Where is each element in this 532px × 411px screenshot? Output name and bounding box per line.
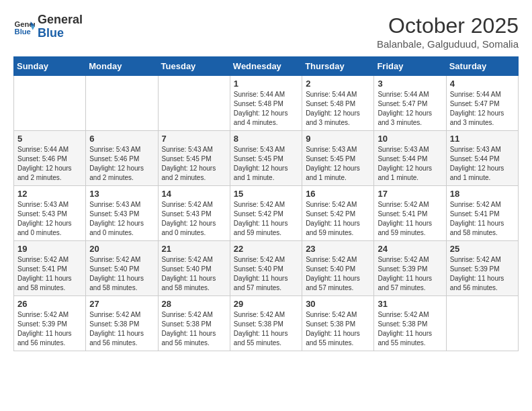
calendar-cell: 29Sunrise: 5:42 AM Sunset: 5:38 PM Dayli… [230, 296, 302, 351]
day-info: Sunrise: 5:43 AM Sunset: 5:44 PM Dayligh… [378, 145, 442, 183]
calendar-cell [14, 76, 86, 131]
weekday-header-thursday: Thursday [302, 57, 374, 76]
calendar-cell: 1Sunrise: 5:44 AM Sunset: 5:48 PM Daylig… [230, 76, 302, 131]
calendar-week-row: 12Sunrise: 5:43 AM Sunset: 5:43 PM Dayli… [14, 186, 519, 241]
day-info: Sunrise: 5:42 AM Sunset: 5:41 PM Dayligh… [17, 255, 82, 293]
weekday-header-sunday: Sunday [14, 57, 86, 76]
day-info: Sunrise: 5:42 AM Sunset: 5:40 PM Dayligh… [234, 255, 298, 293]
day-number: 9 [306, 134, 370, 144]
logo-text: General Blue [38, 13, 83, 40]
calendar-cell: 26Sunrise: 5:42 AM Sunset: 5:39 PM Dayli… [14, 296, 86, 351]
calendar-week-row: 26Sunrise: 5:42 AM Sunset: 5:39 PM Dayli… [14, 296, 519, 351]
day-number: 2 [306, 79, 370, 89]
day-number: 5 [17, 134, 82, 144]
calendar-cell: 25Sunrise: 5:42 AM Sunset: 5:39 PM Dayli… [446, 241, 518, 296]
day-number: 20 [89, 244, 154, 254]
calendar-cell: 18Sunrise: 5:42 AM Sunset: 5:41 PM Dayli… [446, 186, 518, 241]
calendar-cell: 8Sunrise: 5:43 AM Sunset: 5:45 PM Daylig… [230, 131, 302, 186]
location-subtitle: Balanbale, Galguduud, Somalia [377, 38, 519, 50]
day-number: 13 [89, 189, 154, 199]
day-number: 17 [378, 189, 442, 199]
day-number: 7 [162, 134, 226, 144]
day-info: Sunrise: 5:44 AM Sunset: 5:47 PM Dayligh… [450, 90, 515, 128]
day-number: 19 [17, 244, 82, 254]
calendar-cell: 21Sunrise: 5:42 AM Sunset: 5:40 PM Dayli… [158, 241, 230, 296]
day-info: Sunrise: 5:42 AM Sunset: 5:42 PM Dayligh… [306, 200, 370, 238]
day-number: 4 [450, 79, 515, 89]
logo-icon: General Blue [13, 16, 35, 38]
calendar-table: SundayMondayTuesdayWednesdayThursdayFrid… [13, 56, 519, 351]
day-number: 28 [162, 299, 226, 309]
calendar-cell: 11Sunrise: 5:43 AM Sunset: 5:44 PM Dayli… [446, 131, 518, 186]
calendar-week-row: 5Sunrise: 5:44 AM Sunset: 5:46 PM Daylig… [14, 131, 519, 186]
calendar-cell [158, 76, 230, 131]
day-info: Sunrise: 5:42 AM Sunset: 5:38 PM Dayligh… [89, 310, 154, 348]
calendar-cell: 27Sunrise: 5:42 AM Sunset: 5:38 PM Dayli… [86, 296, 158, 351]
day-number: 18 [450, 189, 515, 199]
day-info: Sunrise: 5:42 AM Sunset: 5:39 PM Dayligh… [450, 255, 515, 293]
day-number: 14 [162, 189, 226, 199]
day-info: Sunrise: 5:42 AM Sunset: 5:39 PM Dayligh… [378, 255, 442, 293]
day-info: Sunrise: 5:42 AM Sunset: 5:38 PM Dayligh… [378, 310, 442, 348]
calendar-cell: 14Sunrise: 5:42 AM Sunset: 5:43 PM Dayli… [158, 186, 230, 241]
calendar-cell: 31Sunrise: 5:42 AM Sunset: 5:38 PM Dayli… [374, 296, 446, 351]
calendar-cell: 22Sunrise: 5:42 AM Sunset: 5:40 PM Dayli… [230, 241, 302, 296]
day-info: Sunrise: 5:44 AM Sunset: 5:48 PM Dayligh… [234, 90, 298, 128]
day-number: 21 [162, 244, 226, 254]
day-number: 15 [234, 189, 298, 199]
calendar-cell: 24Sunrise: 5:42 AM Sunset: 5:39 PM Dayli… [374, 241, 446, 296]
calendar-cell: 19Sunrise: 5:42 AM Sunset: 5:41 PM Dayli… [14, 241, 86, 296]
calendar-cell: 2Sunrise: 5:44 AM Sunset: 5:48 PM Daylig… [302, 76, 374, 131]
day-number: 10 [378, 134, 442, 144]
day-info: Sunrise: 5:42 AM Sunset: 5:40 PM Dayligh… [162, 255, 226, 293]
calendar-cell: 30Sunrise: 5:42 AM Sunset: 5:38 PM Dayli… [302, 296, 374, 351]
day-info: Sunrise: 5:42 AM Sunset: 5:41 PM Dayligh… [450, 200, 515, 238]
day-number: 31 [378, 299, 442, 309]
day-number: 8 [234, 134, 298, 144]
calendar-cell: 4Sunrise: 5:44 AM Sunset: 5:47 PM Daylig… [446, 76, 518, 131]
svg-text:Blue: Blue [15, 28, 31, 36]
day-info: Sunrise: 5:43 AM Sunset: 5:43 PM Dayligh… [89, 200, 154, 238]
day-info: Sunrise: 5:43 AM Sunset: 5:44 PM Dayligh… [450, 145, 515, 183]
day-info: Sunrise: 5:44 AM Sunset: 5:48 PM Dayligh… [306, 90, 370, 128]
day-number: 6 [89, 134, 154, 144]
day-info: Sunrise: 5:42 AM Sunset: 5:38 PM Dayligh… [306, 310, 370, 348]
day-number: 16 [306, 189, 370, 199]
day-info: Sunrise: 5:42 AM Sunset: 5:41 PM Dayligh… [378, 200, 442, 238]
day-info: Sunrise: 5:42 AM Sunset: 5:42 PM Dayligh… [234, 200, 298, 238]
calendar-cell: 13Sunrise: 5:43 AM Sunset: 5:43 PM Dayli… [86, 186, 158, 241]
calendar-cell: 9Sunrise: 5:43 AM Sunset: 5:45 PM Daylig… [302, 131, 374, 186]
day-number: 30 [306, 299, 370, 309]
page-header: General Blue General Blue October 2025 B… [13, 13, 519, 50]
day-number: 26 [17, 299, 82, 309]
weekday-header-row: SundayMondayTuesdayWednesdayThursdayFrid… [14, 57, 519, 76]
day-number: 1 [234, 79, 298, 89]
calendar-cell [86, 76, 158, 131]
calendar-week-row: 19Sunrise: 5:42 AM Sunset: 5:41 PM Dayli… [14, 241, 519, 296]
day-number: 22 [234, 244, 298, 254]
weekday-header-tuesday: Tuesday [158, 57, 230, 76]
day-info: Sunrise: 5:43 AM Sunset: 5:45 PM Dayligh… [234, 145, 298, 183]
calendar-cell: 16Sunrise: 5:42 AM Sunset: 5:42 PM Dayli… [302, 186, 374, 241]
day-info: Sunrise: 5:44 AM Sunset: 5:46 PM Dayligh… [17, 145, 82, 183]
day-info: Sunrise: 5:43 AM Sunset: 5:45 PM Dayligh… [306, 145, 370, 183]
calendar-cell: 6Sunrise: 5:43 AM Sunset: 5:46 PM Daylig… [86, 131, 158, 186]
logo: General Blue General Blue [13, 13, 83, 40]
calendar-cell: 28Sunrise: 5:42 AM Sunset: 5:38 PM Dayli… [158, 296, 230, 351]
title-block: October 2025 Balanbale, Galguduud, Somal… [377, 13, 519, 50]
day-info: Sunrise: 5:43 AM Sunset: 5:45 PM Dayligh… [162, 145, 226, 183]
day-info: Sunrise: 5:42 AM Sunset: 5:40 PM Dayligh… [89, 255, 154, 293]
day-info: Sunrise: 5:44 AM Sunset: 5:47 PM Dayligh… [378, 90, 442, 128]
day-number: 27 [89, 299, 154, 309]
day-number: 12 [17, 189, 82, 199]
calendar-cell: 15Sunrise: 5:42 AM Sunset: 5:42 PM Dayli… [230, 186, 302, 241]
day-info: Sunrise: 5:42 AM Sunset: 5:38 PM Dayligh… [162, 310, 226, 348]
day-info: Sunrise: 5:42 AM Sunset: 5:39 PM Dayligh… [17, 310, 82, 348]
calendar-cell: 20Sunrise: 5:42 AM Sunset: 5:40 PM Dayli… [86, 241, 158, 296]
day-number: 24 [378, 244, 442, 254]
weekday-header-saturday: Saturday [446, 57, 518, 76]
day-number: 11 [450, 134, 515, 144]
weekday-header-monday: Monday [86, 57, 158, 76]
calendar-cell: 17Sunrise: 5:42 AM Sunset: 5:41 PM Dayli… [374, 186, 446, 241]
calendar-cell [446, 296, 518, 351]
